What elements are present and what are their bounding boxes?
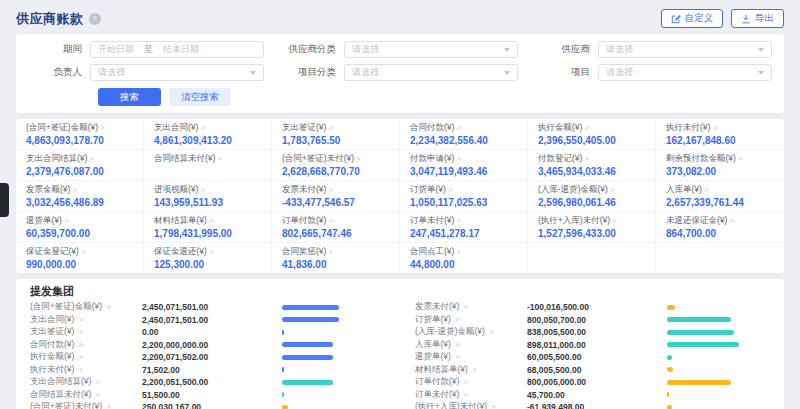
metric-value[interactable]: 4,863,093,178.70 — [26, 135, 133, 146]
chevron-right-icon: > — [453, 315, 460, 324]
metric-value[interactable]: 2,379,476,087.00 — [26, 166, 133, 177]
group-row: 入库单(¥) >898,011,000.00 — [415, 339, 770, 352]
group-row-value: 838,005,500.00 — [527, 327, 667, 337]
end-date-placeholder: 结束日期 — [163, 43, 199, 56]
metric-cell[interactable]: 保证金退还(¥)>125,300.00 — [144, 243, 272, 273]
group-row-label[interactable]: 支出合同(¥) > — [30, 314, 142, 326]
metric-value[interactable]: 44,800.00 — [410, 259, 517, 270]
group-row-label[interactable]: 订单付款(¥) > — [415, 376, 527, 388]
metric-cell[interactable]: 材料结算单(¥)>1,798,431,995.00 — [144, 212, 272, 243]
metric-cell[interactable]: 支出签证(¥)>1,783,765.50 — [272, 119, 400, 150]
help-icon[interactable]: ? — [89, 13, 101, 25]
export-button[interactable]: 导出 — [731, 9, 784, 28]
search-button[interactable]: 搜索 — [98, 88, 161, 106]
group-row-label[interactable]: 发票未付(¥) > — [415, 301, 527, 313]
metric-value[interactable]: 990,000.00 — [26, 259, 133, 270]
metric-cell[interactable]: 合同付款(¥)>2,234,382,556.40 — [400, 119, 528, 150]
group-row-label[interactable]: (入库-退货)金额(¥) > — [415, 326, 527, 338]
group-row-value: 800,005,000.00 — [527, 377, 667, 387]
metric-cell[interactable]: 发票未付(¥)>-433,477,546.57 — [272, 181, 400, 212]
group-row-label[interactable]: 执行未付(¥) > — [30, 364, 142, 376]
metric-cell[interactable]: (合同+签证)金额(¥)>4,863,093,178.70 — [16, 119, 144, 150]
metric-cell[interactable]: 合同奖惩(¥)>41,836.00 — [272, 243, 400, 273]
metric-cell[interactable]: (合同+签证)未付(¥)>2,628,668,770.70 — [272, 150, 400, 181]
group-row-label[interactable]: 材料结算单(¥) > — [415, 364, 527, 376]
metric-value[interactable]: 3,047,119,493.46 — [410, 166, 517, 177]
group-row-label[interactable]: 合同付款(¥) > — [30, 339, 142, 351]
owner-select[interactable]: 请选择 — [90, 64, 264, 81]
metric-value[interactable]: 2,596,980,061.46 — [538, 197, 645, 208]
clear-search-button[interactable]: 清空搜索 — [169, 88, 231, 106]
metric-cell[interactable]: 进项税额(¥)>143,959,511.93 — [144, 181, 272, 212]
group-row-label[interactable]: 入库单(¥) > — [415, 339, 527, 351]
group-row-label[interactable]: 合同结算未付(¥) > — [30, 389, 142, 401]
metric-value[interactable]: 864,700.00 — [666, 228, 774, 239]
metric-cell[interactable]: 退货单(¥)>60,359,700.00 — [16, 212, 144, 243]
group-row-label[interactable]: 退货单(¥) > — [415, 351, 527, 363]
metric-cell[interactable]: 订货单(¥)>1,050,117,025.63 — [400, 181, 528, 212]
metric-cell[interactable]: 执行金额(¥)>2,396,550,405.00 — [528, 119, 656, 150]
metric-cell[interactable]: 入库单(¥)>2,657,339,761.44 — [656, 181, 784, 212]
filter-field-label: 供应商分类 — [282, 43, 344, 56]
group-row-value: 898,011,000.00 — [527, 340, 667, 350]
metric-value[interactable]: 143,959,511.93 — [154, 197, 261, 208]
metric-value[interactable]: 60,359,700.00 — [26, 228, 133, 239]
group-row: 订单付款(¥) >800,005,000.00 — [415, 376, 770, 389]
metric-cell[interactable]: 执行未付(¥)>162,167,848.60 — [656, 119, 784, 150]
select-placeholder: 请选择 — [352, 43, 379, 56]
metric-cell[interactable]: (入库-退货)金额(¥)>2,596,980,061.46 — [528, 181, 656, 212]
drawer-handle[interactable] — [0, 183, 9, 217]
bar-track — [282, 355, 354, 360]
project-select[interactable]: 请选择 — [598, 64, 772, 81]
metric-cell[interactable]: 订单付款(¥)>802,665,747.46 — [272, 212, 400, 243]
metric-value[interactable]: 125,300.00 — [154, 259, 261, 270]
group-row-label[interactable]: 支出签证(¥) > — [30, 326, 142, 338]
metric-value[interactable]: 2,234,382,556.40 — [410, 135, 517, 146]
customize-button[interactable]: 自定义 — [661, 9, 724, 28]
metric-cell[interactable]: 剩余预付款金额(¥)>373,082.00 — [656, 150, 784, 181]
group-row-label[interactable]: (合同+签证)金额(¥) > — [30, 301, 142, 313]
metric-value[interactable]: 1,798,431,995.00 — [154, 228, 261, 239]
metric-cell[interactable]: 未退还保证金(¥)>864,700.00 — [656, 212, 784, 243]
metric-value[interactable]: 2,396,550,405.00 — [538, 135, 645, 146]
group-row-label[interactable]: (合同+签证)未付(¥) > — [30, 401, 142, 409]
date-range-input[interactable]: 开始日期至结束日期 — [90, 41, 264, 58]
bar-track — [282, 367, 354, 372]
metric-cell[interactable]: 合同点工(¥)>44,800.00 — [400, 243, 528, 273]
metric-value[interactable]: 373,082.00 — [666, 166, 774, 177]
supplier-category-select[interactable]: 请选择 — [344, 41, 518, 58]
metric-cell[interactable]: 保证金登记(¥)>990,000.00 — [16, 243, 144, 273]
metric-value[interactable]: 802,665,747.46 — [282, 228, 389, 239]
metric-value[interactable]: 3,032,456,486.89 — [26, 197, 133, 208]
group-row-label[interactable]: 订单未付(¥) > — [415, 389, 527, 401]
metric-cell[interactable]: (执行+入库)未付(¥)>1,527,596,433.00 — [528, 212, 656, 243]
metric-value[interactable]: 1,783,765.50 — [282, 135, 389, 146]
chevron-right-icon: > — [704, 185, 709, 194]
metric-cell[interactable]: 发票金额(¥)>3,032,456,486.89 — [16, 181, 144, 212]
metric-value[interactable]: 2,628,668,770.70 — [282, 166, 389, 177]
metric-cell[interactable]: 付款登记(¥)>3,465,934,033.46 — [528, 150, 656, 181]
metric-value[interactable]: 247,451,278.17 — [410, 228, 517, 239]
group-row-label[interactable]: 执行金额(¥) > — [30, 351, 142, 363]
value-bar — [667, 355, 672, 360]
metric-value[interactable]: 162,167,848.60 — [666, 135, 774, 146]
filter-actions: 搜索 清空搜索 — [98, 88, 772, 106]
metric-cell[interactable]: 支出合同(¥)>4,861,309,413.20 — [144, 119, 272, 150]
group-row-label[interactable]: (执行+入库)未付(¥) > — [415, 401, 527, 409]
metric-cell[interactable]: 付款申请(¥)>3,047,119,493.46 — [400, 150, 528, 181]
metric-value[interactable]: -433,477,546.57 — [282, 197, 389, 208]
group-row-label[interactable]: 订货单(¥) > — [415, 314, 527, 326]
group-row: 支出合同(¥) >2,450,071,501.00 — [30, 314, 385, 327]
metric-value[interactable]: 1,050,117,025.63 — [410, 197, 517, 208]
metric-cell[interactable]: 支出合同结算(¥)>2,379,476,087.00 — [16, 150, 144, 181]
metric-value[interactable]: 3,465,934,033.46 — [538, 166, 645, 177]
metric-cell[interactable]: 订单未付(¥)>247,451,278.17 — [400, 212, 528, 243]
metric-value[interactable]: 2,657,339,761.44 — [666, 197, 774, 208]
metric-value[interactable]: 1,527,596,433.00 — [538, 228, 645, 239]
project-category-select[interactable]: 请选择 — [344, 64, 518, 81]
metric-value[interactable]: 41,836.00 — [282, 259, 389, 270]
metric-value[interactable]: 4,861,309,413.20 — [154, 135, 261, 146]
supplier-select[interactable]: 请选择 — [598, 41, 772, 58]
chevron-right-icon: > — [64, 216, 69, 225]
group-row-label[interactable]: 支出合同结算(¥) > — [30, 376, 142, 388]
